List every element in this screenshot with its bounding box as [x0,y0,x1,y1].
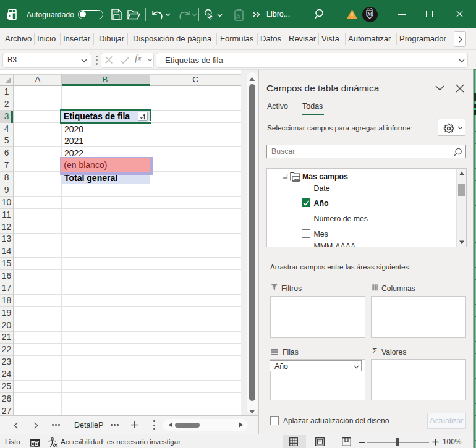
svg-text:fx: fx [236,13,240,19]
svg-text:M: M [367,11,373,17]
svg-text:x: x [8,13,11,19]
